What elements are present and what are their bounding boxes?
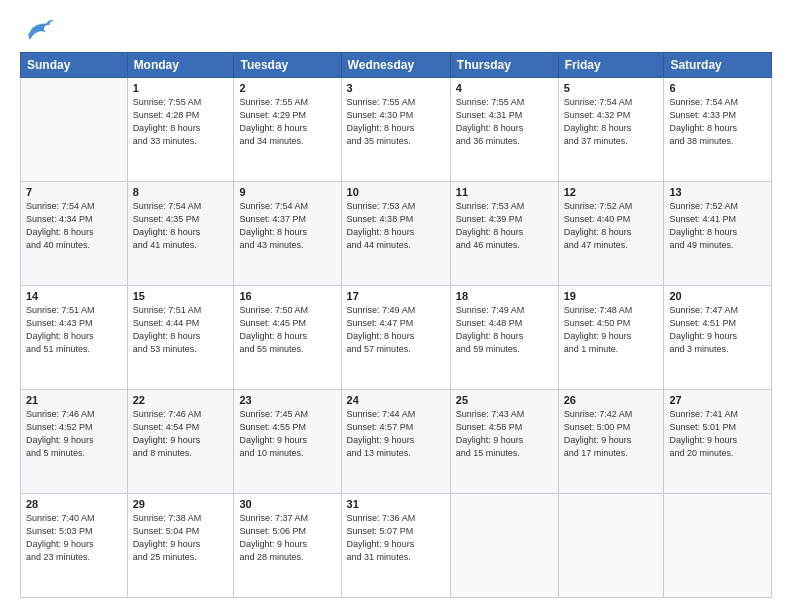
calendar-cell: 19Sunrise: 7:48 AM Sunset: 4:50 PM Dayli… <box>558 286 664 390</box>
weekday-header-tuesday: Tuesday <box>234 53 341 78</box>
calendar-cell <box>450 494 558 598</box>
calendar-cell: 5Sunrise: 7:54 AM Sunset: 4:32 PM Daylig… <box>558 78 664 182</box>
day-number: 1 <box>133 82 229 94</box>
day-info: Sunrise: 7:51 AM Sunset: 4:44 PM Dayligh… <box>133 304 229 356</box>
calendar-cell: 22Sunrise: 7:46 AM Sunset: 4:54 PM Dayli… <box>127 390 234 494</box>
day-info: Sunrise: 7:54 AM Sunset: 4:35 PM Dayligh… <box>133 200 229 252</box>
day-info: Sunrise: 7:45 AM Sunset: 4:55 PM Dayligh… <box>239 408 335 460</box>
day-info: Sunrise: 7:46 AM Sunset: 4:54 PM Dayligh… <box>133 408 229 460</box>
calendar-week-4: 21Sunrise: 7:46 AM Sunset: 4:52 PM Dayli… <box>21 390 772 494</box>
day-number: 2 <box>239 82 335 94</box>
calendar-cell: 21Sunrise: 7:46 AM Sunset: 4:52 PM Dayli… <box>21 390 128 494</box>
day-number: 15 <box>133 290 229 302</box>
calendar-cell: 1Sunrise: 7:55 AM Sunset: 4:28 PM Daylig… <box>127 78 234 182</box>
day-number: 7 <box>26 186 122 198</box>
day-number: 26 <box>564 394 659 406</box>
day-number: 10 <box>347 186 445 198</box>
day-number: 24 <box>347 394 445 406</box>
calendar-cell <box>664 494 772 598</box>
calendar-cell: 6Sunrise: 7:54 AM Sunset: 4:33 PM Daylig… <box>664 78 772 182</box>
day-number: 13 <box>669 186 766 198</box>
day-number: 14 <box>26 290 122 302</box>
day-info: Sunrise: 7:52 AM Sunset: 4:40 PM Dayligh… <box>564 200 659 252</box>
day-info: Sunrise: 7:49 AM Sunset: 4:47 PM Dayligh… <box>347 304 445 356</box>
day-info: Sunrise: 7:54 AM Sunset: 4:37 PM Dayligh… <box>239 200 335 252</box>
day-info: Sunrise: 7:51 AM Sunset: 4:43 PM Dayligh… <box>26 304 122 356</box>
calendar-week-1: 1Sunrise: 7:55 AM Sunset: 4:28 PM Daylig… <box>21 78 772 182</box>
day-info: Sunrise: 7:55 AM Sunset: 4:30 PM Dayligh… <box>347 96 445 148</box>
day-info: Sunrise: 7:55 AM Sunset: 4:31 PM Dayligh… <box>456 96 553 148</box>
day-info: Sunrise: 7:44 AM Sunset: 4:57 PM Dayligh… <box>347 408 445 460</box>
calendar-cell: 7Sunrise: 7:54 AM Sunset: 4:34 PM Daylig… <box>21 182 128 286</box>
logo-bird-icon <box>22 18 54 46</box>
calendar-cell: 27Sunrise: 7:41 AM Sunset: 5:01 PM Dayli… <box>664 390 772 494</box>
calendar-cell: 4Sunrise: 7:55 AM Sunset: 4:31 PM Daylig… <box>450 78 558 182</box>
calendar-week-5: 28Sunrise: 7:40 AM Sunset: 5:03 PM Dayli… <box>21 494 772 598</box>
day-info: Sunrise: 7:52 AM Sunset: 4:41 PM Dayligh… <box>669 200 766 252</box>
day-info: Sunrise: 7:42 AM Sunset: 5:00 PM Dayligh… <box>564 408 659 460</box>
day-number: 19 <box>564 290 659 302</box>
weekday-header-monday: Monday <box>127 53 234 78</box>
day-number: 27 <box>669 394 766 406</box>
day-info: Sunrise: 7:53 AM Sunset: 4:38 PM Dayligh… <box>347 200 445 252</box>
day-number: 3 <box>347 82 445 94</box>
day-info: Sunrise: 7:55 AM Sunset: 4:28 PM Dayligh… <box>133 96 229 148</box>
day-number: 31 <box>347 498 445 510</box>
calendar-cell: 28Sunrise: 7:40 AM Sunset: 5:03 PM Dayli… <box>21 494 128 598</box>
calendar-cell: 12Sunrise: 7:52 AM Sunset: 4:40 PM Dayli… <box>558 182 664 286</box>
day-info: Sunrise: 7:36 AM Sunset: 5:07 PM Dayligh… <box>347 512 445 564</box>
calendar-week-3: 14Sunrise: 7:51 AM Sunset: 4:43 PM Dayli… <box>21 286 772 390</box>
calendar-cell: 13Sunrise: 7:52 AM Sunset: 4:41 PM Dayli… <box>664 182 772 286</box>
calendar-cell: 9Sunrise: 7:54 AM Sunset: 4:37 PM Daylig… <box>234 182 341 286</box>
calendar-cell: 20Sunrise: 7:47 AM Sunset: 4:51 PM Dayli… <box>664 286 772 390</box>
weekday-header-wednesday: Wednesday <box>341 53 450 78</box>
calendar-page: SundayMondayTuesdayWednesdayThursdayFrid… <box>0 0 792 612</box>
calendar-cell: 31Sunrise: 7:36 AM Sunset: 5:07 PM Dayli… <box>341 494 450 598</box>
weekday-header-friday: Friday <box>558 53 664 78</box>
calendar-cell: 15Sunrise: 7:51 AM Sunset: 4:44 PM Dayli… <box>127 286 234 390</box>
day-number: 8 <box>133 186 229 198</box>
calendar-cell: 3Sunrise: 7:55 AM Sunset: 4:30 PM Daylig… <box>341 78 450 182</box>
day-info: Sunrise: 7:54 AM Sunset: 4:34 PM Dayligh… <box>26 200 122 252</box>
day-number: 23 <box>239 394 335 406</box>
day-number: 16 <box>239 290 335 302</box>
day-number: 17 <box>347 290 445 302</box>
calendar-cell: 10Sunrise: 7:53 AM Sunset: 4:38 PM Dayli… <box>341 182 450 286</box>
day-info: Sunrise: 7:48 AM Sunset: 4:50 PM Dayligh… <box>564 304 659 356</box>
day-info: Sunrise: 7:53 AM Sunset: 4:39 PM Dayligh… <box>456 200 553 252</box>
calendar-cell: 18Sunrise: 7:49 AM Sunset: 4:48 PM Dayli… <box>450 286 558 390</box>
weekday-header-saturday: Saturday <box>664 53 772 78</box>
day-number: 22 <box>133 394 229 406</box>
day-number: 21 <box>26 394 122 406</box>
calendar-cell: 29Sunrise: 7:38 AM Sunset: 5:04 PM Dayli… <box>127 494 234 598</box>
day-info: Sunrise: 7:50 AM Sunset: 4:45 PM Dayligh… <box>239 304 335 356</box>
weekday-header-row: SundayMondayTuesdayWednesdayThursdayFrid… <box>21 53 772 78</box>
calendar-cell: 16Sunrise: 7:50 AM Sunset: 4:45 PM Dayli… <box>234 286 341 390</box>
calendar-cell: 17Sunrise: 7:49 AM Sunset: 4:47 PM Dayli… <box>341 286 450 390</box>
calendar-cell: 26Sunrise: 7:42 AM Sunset: 5:00 PM Dayli… <box>558 390 664 494</box>
calendar-cell: 30Sunrise: 7:37 AM Sunset: 5:06 PM Dayli… <box>234 494 341 598</box>
calendar-cell: 8Sunrise: 7:54 AM Sunset: 4:35 PM Daylig… <box>127 182 234 286</box>
calendar-cell <box>558 494 664 598</box>
day-info: Sunrise: 7:46 AM Sunset: 4:52 PM Dayligh… <box>26 408 122 460</box>
day-number: 12 <box>564 186 659 198</box>
day-info: Sunrise: 7:47 AM Sunset: 4:51 PM Dayligh… <box>669 304 766 356</box>
day-info: Sunrise: 7:38 AM Sunset: 5:04 PM Dayligh… <box>133 512 229 564</box>
calendar-body: 1Sunrise: 7:55 AM Sunset: 4:28 PM Daylig… <box>21 78 772 598</box>
day-number: 20 <box>669 290 766 302</box>
calendar-cell <box>21 78 128 182</box>
day-number: 4 <box>456 82 553 94</box>
day-number: 18 <box>456 290 553 302</box>
day-info: Sunrise: 7:55 AM Sunset: 4:29 PM Dayligh… <box>239 96 335 148</box>
page-header <box>20 18 772 42</box>
calendar-cell: 24Sunrise: 7:44 AM Sunset: 4:57 PM Dayli… <box>341 390 450 494</box>
day-info: Sunrise: 7:43 AM Sunset: 4:58 PM Dayligh… <box>456 408 553 460</box>
calendar-cell: 2Sunrise: 7:55 AM Sunset: 4:29 PM Daylig… <box>234 78 341 182</box>
day-number: 9 <box>239 186 335 198</box>
day-number: 25 <box>456 394 553 406</box>
day-info: Sunrise: 7:54 AM Sunset: 4:32 PM Dayligh… <box>564 96 659 148</box>
weekday-header-thursday: Thursday <box>450 53 558 78</box>
day-number: 6 <box>669 82 766 94</box>
day-number: 11 <box>456 186 553 198</box>
day-info: Sunrise: 7:49 AM Sunset: 4:48 PM Dayligh… <box>456 304 553 356</box>
